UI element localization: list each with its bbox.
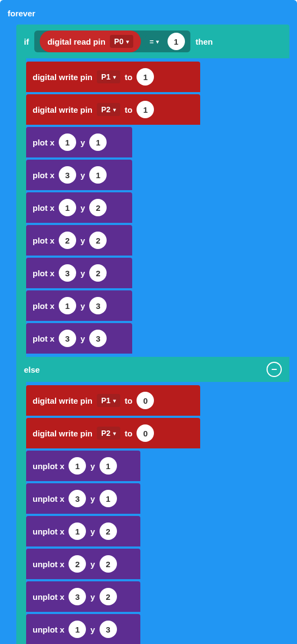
x-input[interactable]: 1: [59, 133, 76, 151]
y-label: y: [90, 625, 95, 634]
y-label: y: [81, 203, 85, 212]
pin-dropdown[interactable]: P1 ▾: [97, 394, 120, 407]
plot-label: plot x: [33, 301, 54, 311]
dw-label: digital write pin: [33, 396, 92, 405]
digital-write-pin-block[interactable]: digital write pin P1 ▾ to 0: [26, 385, 200, 416]
y-input[interactable]: 1: [100, 490, 117, 507]
digital-write-pin-block[interactable]: digital write pin P2 ▾ to 0: [26, 418, 200, 448]
plot-block[interactable]: plot x 1 y 3: [26, 290, 132, 321]
unplot-label: unplot x: [33, 625, 64, 634]
forever-block[interactable]: forever if digital read pin P0 ▾ =: [0, 0, 297, 644]
chevron-down-icon: ▾: [156, 39, 159, 45]
y-input[interactable]: 3: [89, 330, 107, 347]
y-input[interactable]: 1: [89, 166, 107, 184]
plot-label: plot x: [33, 203, 54, 212]
pin-dropdown[interactable]: P2 ▾: [97, 103, 120, 116]
y-input[interactable]: 2: [89, 199, 107, 216]
x-input[interactable]: 3: [59, 330, 76, 347]
plot-label: plot x: [33, 138, 54, 147]
x-input[interactable]: 3: [69, 588, 86, 605]
y-label: y: [90, 494, 95, 503]
chevron-down-icon: ▾: [113, 430, 116, 436]
unplot-block[interactable]: unplot x 1 y 1: [26, 451, 140, 481]
digital-write-pin-block[interactable]: digital write pin P2 ▾ to 1: [26, 94, 200, 125]
compare-value-input[interactable]: 1: [168, 33, 185, 50]
y-label: y: [81, 138, 85, 147]
value-input[interactable]: 1: [137, 68, 154, 86]
y-input[interactable]: 1: [89, 133, 107, 151]
if-keyword: if: [24, 37, 29, 46]
value-input[interactable]: 0: [137, 392, 154, 409]
plot-block[interactable]: plot x 3 y 2: [26, 258, 132, 288]
unplot-label: unplot x: [33, 592, 64, 602]
pin-dropdown[interactable]: P2 ▾: [97, 427, 120, 440]
y-input[interactable]: 2: [100, 523, 117, 540]
if-header: if digital read pin P0 ▾ = ▾ 1: [16, 25, 289, 58]
y-label: y: [90, 560, 95, 569]
y-label: y: [81, 301, 85, 311]
unplot-block[interactable]: unplot x 1 y 2: [26, 516, 140, 546]
y-input[interactable]: 1: [100, 457, 117, 475]
else-substack: digital write pin P1 ▾ to 0 digital writ…: [26, 382, 289, 644]
digital-read-pin-block[interactable]: digital read pin P0 ▾: [40, 31, 141, 52]
plot-label: plot x: [33, 171, 54, 180]
to-label: to: [125, 105, 132, 114]
y-input[interactable]: 2: [100, 588, 117, 605]
y-label: y: [81, 236, 85, 245]
unplot-block[interactable]: unplot x 3 y 1: [26, 483, 140, 514]
dw-label: digital write pin: [33, 105, 92, 114]
unplot-block[interactable]: unplot x 1 y 3: [26, 614, 140, 644]
plot-label: plot x: [33, 236, 54, 245]
operator-dropdown[interactable]: = ▾: [145, 35, 163, 48]
x-input[interactable]: 1: [69, 523, 86, 540]
x-input[interactable]: 3: [69, 490, 86, 507]
remove-else-button[interactable]: −: [267, 362, 282, 377]
to-label: to: [125, 72, 132, 82]
read-pin-value: P0: [114, 37, 123, 46]
value-input[interactable]: 0: [137, 424, 154, 442]
dw-label: digital write pin: [33, 72, 92, 82]
then-keyword: then: [196, 37, 213, 46]
equals-comparator[interactable]: digital read pin P0 ▾ = ▾ 1: [34, 31, 190, 52]
x-input[interactable]: 1: [59, 297, 76, 314]
else-keyword: else: [24, 365, 40, 374]
x-input[interactable]: 3: [59, 166, 76, 184]
plot-block[interactable]: plot x 2 y 2: [26, 225, 132, 256]
x-input[interactable]: 3: [59, 264, 76, 282]
y-input[interactable]: 3: [100, 621, 117, 638]
else-row: else −: [16, 357, 289, 382]
x-input[interactable]: 2: [59, 232, 76, 249]
x-input[interactable]: 2: [69, 555, 86, 573]
plot-block[interactable]: plot x 3 y 3: [26, 323, 132, 354]
pin-value: P2: [101, 105, 110, 114]
plot-block[interactable]: plot x 1 y 2: [26, 192, 132, 223]
pin-dropdown[interactable]: P1 ▾: [97, 70, 120, 83]
operator-value: =: [150, 38, 154, 46]
unplot-label: unplot x: [33, 527, 64, 536]
chevron-down-icon: ▾: [113, 107, 116, 113]
digital-write-pin-block[interactable]: digital write pin P1 ▾ to 1: [26, 62, 200, 92]
y-input[interactable]: 2: [89, 232, 107, 249]
minus-icon: −: [271, 364, 277, 374]
y-input[interactable]: 2: [89, 264, 107, 282]
if-else-block[interactable]: if digital read pin P0 ▾ = ▾ 1: [16, 25, 289, 644]
y-label: y: [90, 527, 95, 536]
pin-value: P1: [101, 396, 110, 405]
unplot-block[interactable]: unplot x 3 y 2: [26, 581, 140, 612]
y-input[interactable]: 2: [100, 555, 117, 573]
plot-block[interactable]: plot x 3 y 1: [26, 160, 132, 190]
x-input[interactable]: 1: [69, 457, 86, 475]
unplot-label: unplot x: [33, 494, 64, 503]
value-input[interactable]: 1: [137, 101, 154, 118]
y-input[interactable]: 3: [89, 297, 107, 314]
unplot-label: unplot x: [33, 560, 64, 569]
plot-label: plot x: [33, 334, 54, 343]
unplot-label: unplot x: [33, 461, 64, 471]
x-input[interactable]: 1: [69, 621, 86, 638]
unplot-block[interactable]: unplot x 2 y 2: [26, 549, 140, 579]
read-pin-dropdown[interactable]: P0 ▾: [110, 35, 133, 48]
x-input[interactable]: 1: [59, 199, 76, 216]
plot-block[interactable]: plot x 1 y 1: [26, 127, 132, 157]
pin-value: P2: [101, 429, 110, 438]
chevron-down-icon: ▾: [126, 39, 129, 45]
